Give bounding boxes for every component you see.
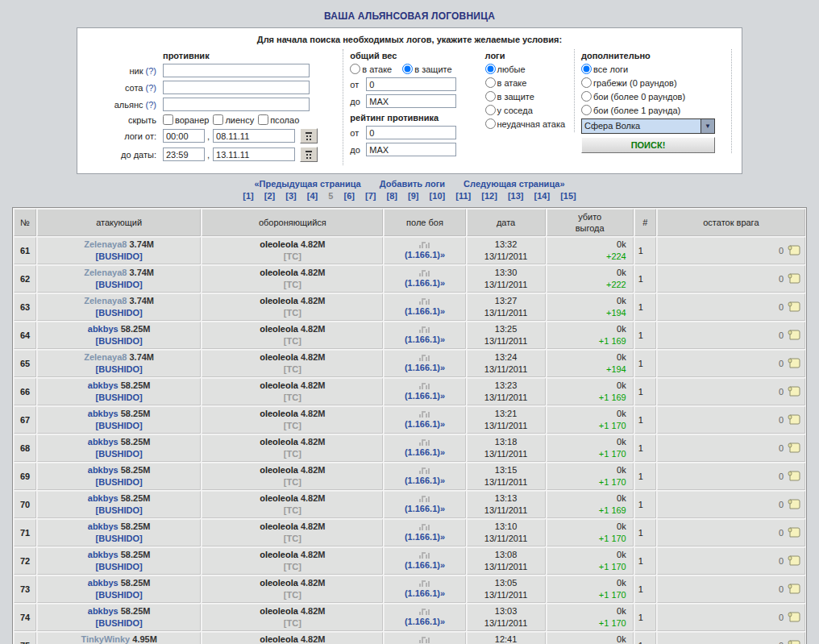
log-scroll-icon[interactable] <box>787 583 800 595</box>
hide-option[interactable]: псолао <box>258 114 299 125</box>
battlefield-link[interactable]: (1.166.1)» <box>405 560 445 570</box>
nick-input[interactable] <box>163 64 310 77</box>
log-scroll-icon[interactable] <box>787 611 800 623</box>
alliance-help-link[interactable]: (?) <box>146 100 156 110</box>
from-time-input[interactable] <box>163 129 205 143</box>
log-scroll-icon[interactable] <box>787 413 800 426</box>
additional-radio[interactable] <box>581 77 592 88</box>
attacker-clan-link[interactable]: [BUSHIDO] <box>96 505 143 515</box>
log-scroll-icon[interactable] <box>787 555 800 567</box>
page-number-link[interactable]: [14] <box>534 191 551 201</box>
attacker-clan-link[interactable]: [BUSHIDO] <box>96 421 143 430</box>
logs-kind-option[interactable]: в защите <box>485 92 534 102</box>
page-number-link[interactable]: [6] <box>344 191 355 201</box>
log-scroll-icon[interactable] <box>787 272 800 285</box>
weight-side-radio[interactable] <box>350 64 360 74</box>
battlefield-link[interactable]: (1.166.1)» <box>405 617 445 626</box>
alliance-input[interactable] <box>163 98 310 111</box>
logs-kind-radio[interactable] <box>485 105 496 115</box>
to-time-input[interactable] <box>163 147 205 161</box>
log-scroll-icon[interactable] <box>787 385 800 397</box>
page-number-link[interactable]: [13] <box>508 191 524 201</box>
logs-kind-radio[interactable] <box>485 91 496 102</box>
attacker-name-link[interactable]: abkbys <box>88 521 118 531</box>
attacker-clan-link[interactable]: [BUSHIDO] <box>96 534 143 543</box>
hide-option[interactable]: воранер <box>163 114 209 125</box>
logs-kind-option[interactable]: неудачная атака <box>485 119 566 129</box>
page-number-link[interactable]: [12] <box>481 191 497 201</box>
additional-option[interactable]: все логи <box>581 64 628 74</box>
from-date-input[interactable] <box>213 129 295 143</box>
log-scroll-icon[interactable] <box>787 470 800 482</box>
page-number-link[interactable]: [2] <box>264 191 275 201</box>
logs-kind-radio[interactable] <box>485 77 496 88</box>
attacker-name-link[interactable]: Zelenaya8 <box>84 268 127 277</box>
attacker-name-link[interactable]: abkbys <box>88 465 118 475</box>
hide-option-checkbox[interactable] <box>163 114 173 125</box>
attacker-name-link[interactable]: abkbys <box>88 324 118 334</box>
attacker-name-link[interactable]: abkbys <box>88 550 118 559</box>
page-number-link[interactable]: [3] <box>285 191 296 201</box>
attacker-name-link[interactable]: abkbys <box>88 409 118 418</box>
attacker-clan-link[interactable]: [BUSHIDO] <box>96 449 143 459</box>
attacker-clan-link[interactable]: [BUSHIDO] <box>96 364 143 374</box>
weight-side-radio[interactable] <box>402 64 413 74</box>
next-page-link[interactable]: Следующая страница» <box>464 179 564 189</box>
battlefield-link[interactable]: (1.166.1)» <box>405 504 445 513</box>
page-number-link[interactable]: [8] <box>387 191 397 201</box>
to-date-input[interactable] <box>213 147 295 161</box>
weight-side-option[interactable]: в защите <box>402 64 451 74</box>
log-scroll-icon[interactable] <box>787 498 800 510</box>
attacker-clan-link[interactable]: [BUSHIDO] <box>96 562 143 571</box>
log-scroll-icon[interactable] <box>787 329 800 341</box>
logs-kind-option[interactable]: у соседа <box>485 106 533 115</box>
prev-page-link[interactable]: «Предыдущая страница <box>254 179 360 189</box>
attacker-clan-link[interactable]: [BUSHIDO] <box>96 393 143 402</box>
log-scroll-icon[interactable] <box>787 639 800 644</box>
hide-option[interactable]: лиенсу <box>213 114 254 125</box>
hide-option-checkbox[interactable] <box>258 114 268 125</box>
battlefield-link[interactable]: (1.166.1)» <box>405 363 445 372</box>
additional-radio[interactable] <box>581 64 592 74</box>
battlefield-link[interactable]: (1.166.1)» <box>405 447 445 457</box>
page-number-link[interactable]: [11] <box>455 191 471 201</box>
log-scroll-icon[interactable] <box>787 442 800 454</box>
search-button[interactable]: ПОИСК! <box>581 137 715 153</box>
logs-kind-radio[interactable] <box>485 118 496 129</box>
page-number-link[interactable]: [10] <box>430 191 446 201</box>
additional-radio[interactable] <box>581 105 592 115</box>
page-number-link[interactable]: [4] <box>307 191 318 201</box>
weight-from-input[interactable] <box>366 77 456 91</box>
attacker-name-link[interactable]: Zelenaya8 <box>84 296 127 305</box>
weight-to-input[interactable] <box>366 94 456 108</box>
cell-help-link[interactable]: (?) <box>146 83 156 93</box>
additional-radio[interactable] <box>581 91 592 102</box>
battlefield-link[interactable]: (1.166.1)» <box>405 476 445 485</box>
page-number-link[interactable]: [7] <box>365 191 376 201</box>
attacker-name-link[interactable]: Zelenaya8 <box>84 239 127 249</box>
rating-to-input[interactable] <box>366 143 456 156</box>
hide-option-checkbox[interactable] <box>213 114 223 125</box>
attacker-clan-link[interactable]: [BUSHIDO] <box>96 308 143 318</box>
from-date-calendar-button[interactable] <box>300 128 318 143</box>
to-date-calendar-button[interactable] <box>300 147 318 162</box>
attacker-clan-link[interactable]: [BUSHIDO] <box>96 280 143 289</box>
log-scroll-icon[interactable] <box>787 357 800 369</box>
attacker-clan-link[interactable]: [BUSHIDO] <box>96 477 143 487</box>
attacker-clan-link[interactable]: [BUSHIDO] <box>96 590 143 600</box>
battlefield-link[interactable]: (1.166.1)» <box>405 334 445 344</box>
logs-kind-option[interactable]: в атаке <box>485 78 527 88</box>
log-scroll-icon[interactable] <box>787 301 800 313</box>
logs-kind-option[interactable]: любые <box>485 64 526 74</box>
attacker-clan-link[interactable]: [BUSHIDO] <box>96 618 143 628</box>
log-scroll-icon[interactable] <box>787 244 800 256</box>
attacker-name-link[interactable]: TinkyWinky <box>81 634 130 644</box>
add-logs-link[interactable]: Добавить логи <box>380 179 445 189</box>
battlefield-link[interactable]: (1.166.1)» <box>405 532 445 542</box>
additional-option[interactable]: бои (более 0 раундов) <box>581 92 685 102</box>
attacker-name-link[interactable]: abkbys <box>88 606 118 616</box>
additional-option[interactable]: бои (более 1 раунда) <box>581 106 680 115</box>
battlefield-link[interactable]: (1.166.1)» <box>405 391 445 401</box>
attacker-name-link[interactable]: abkbys <box>88 578 118 588</box>
battlefield-link[interactable]: (1.166.1)» <box>405 419 445 429</box>
